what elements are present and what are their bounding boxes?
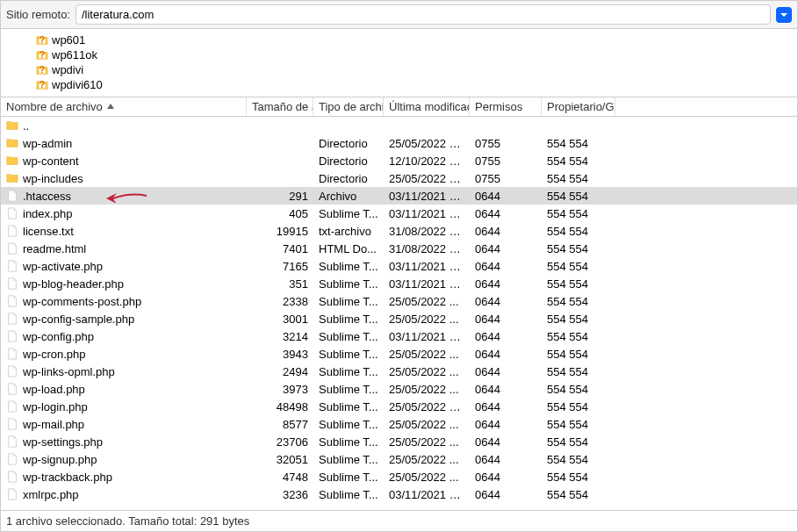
cell-name: wp-cron.php [1, 348, 247, 361]
column-header-permissions[interactable]: Permisos [470, 97, 542, 116]
cell-name: xmlrpc.php [1, 488, 247, 501]
file-row[interactable]: wp-content Directorio 12/10/2022 0... 07… [1, 152, 797, 169]
file-row[interactable]: wp-mail.php 8577 Sublime T... 25/05/2022… [1, 415, 797, 433]
file-row[interactable]: wp-activate.php 7165 Sublime T... 03/11/… [1, 257, 797, 275]
cell-permissions: 0755 [470, 137, 542, 150]
cell-type: Sublime T... [313, 330, 384, 343]
cell-name: wp-activate.php [1, 260, 247, 273]
tree-item-label: wpdivi610 [52, 78, 103, 91]
file-name-label: wp-signup.php [23, 453, 97, 466]
cell-name: license.txt [1, 225, 247, 238]
arrow-annotation [104, 190, 148, 203]
cell-date: 25/05/2022 0... [384, 400, 470, 413]
cell-name: wp-config-sample.php [1, 313, 247, 326]
file-row[interactable]: wp-blog-header.php 351 Sublime T... 03/1… [1, 275, 797, 292]
tree-item-label: wp611ok [52, 48, 97, 61]
file-icon [6, 365, 18, 377]
cell-permissions: 0755 [470, 172, 542, 185]
column-header-size[interactable]: Tamaño de ar [247, 97, 313, 116]
path-dropdown-button[interactable] [776, 7, 792, 23]
file-row[interactable]: .. [1, 117, 797, 134]
cell-size: 32051 [247, 453, 313, 466]
file-row[interactable]: wp-settings.php 23706 Sublime T... 25/05… [1, 433, 797, 450]
file-row[interactable]: wp-trackback.php 4748 Sublime T... 25/05… [1, 468, 797, 485]
cell-type: Directorio [313, 172, 384, 185]
file-row[interactable]: wp-load.php 3973 Sublime T... 25/05/2022… [1, 380, 797, 398]
cell-name: wp-content [1, 155, 247, 168]
file-row[interactable]: wp-signup.php 32051 Sublime T... 25/05/2… [1, 450, 797, 468]
file-name-label: .. [23, 119, 29, 133]
file-row[interactable]: wp-config-sample.php 3001 Sublime T... 2… [1, 310, 797, 327]
cell-type: Sublime T... [313, 418, 384, 431]
cell-size: 2494 [247, 365, 313, 378]
column-header-date[interactable]: Última modificació [384, 97, 470, 116]
cell-date: 03/11/2021 2... [384, 277, 470, 291]
cell-type: Sublime T... [313, 295, 384, 308]
file-list[interactable]: .. wp-admin Directorio 25/05/2022 0... 0… [1, 117, 797, 510]
file-row[interactable]: xmlrpc.php 3236 Sublime T... 03/11/2021 … [1, 485, 797, 503]
cell-name: readme.html [1, 242, 247, 255]
cell-permissions: 0644 [470, 295, 542, 308]
cell-size: 7165 [247, 260, 313, 273]
file-icon [6, 260, 18, 272]
cell-owner: 554 554 [542, 155, 615, 168]
file-name-label: wp-config-sample.php [23, 313, 134, 326]
file-name-label: .htaccess [23, 190, 71, 203]
folder-unknown-icon: ? [36, 79, 48, 91]
tree-item[interactable]: ? wp611ok [36, 47, 797, 62]
file-row[interactable]: .htaccess 291 Archivo 03/11/2021 2... 06… [1, 187, 797, 205]
folder-unknown-icon: ? [36, 34, 48, 47]
column-header-owner[interactable]: Propietario/Gru [542, 97, 615, 116]
cell-date: 03/11/2021 2... [384, 330, 470, 343]
folder-icon [6, 155, 18, 167]
cell-owner: 554 554 [542, 400, 615, 413]
cell-date: 31/08/2022 0... [384, 242, 470, 255]
file-row[interactable]: wp-links-opml.php 2494 Sublime T... 25/0… [1, 363, 797, 380]
file-row[interactable]: wp-comments-post.php 2338 Sublime T... 2… [1, 292, 797, 310]
tree-item[interactable]: ? wpdivi [36, 62, 797, 77]
folder-icon [6, 137, 18, 149]
file-row[interactable]: wp-login.php 48498 Sublime T... 25/05/20… [1, 398, 797, 415]
cell-owner: 554 554 [542, 488, 615, 501]
cell-permissions: 0644 [470, 313, 542, 326]
remote-site-label: Sitio remoto: [6, 8, 70, 21]
file-row[interactable]: wp-includes Directorio 25/05/2022 0... 0… [1, 169, 797, 187]
file-row[interactable]: wp-cron.php 3943 Sublime T... 25/05/2022… [1, 345, 797, 363]
cell-name: wp-config.php [1, 330, 247, 343]
tree-item[interactable]: ? wp601 [36, 32, 797, 47]
folder-icon [6, 172, 18, 184]
file-name-label: wp-login.php [23, 400, 88, 413]
file-row[interactable]: wp-config.php 3214 Sublime T... 03/11/20… [1, 327, 797, 345]
remote-tree-panel: ? wp601 ? wp611ok ? wpdivi ? wpdivi610 [1, 29, 797, 97]
cell-permissions: 0644 [470, 400, 542, 413]
file-row[interactable]: readme.html 7401 HTML Do... 31/08/2022 0… [1, 240, 797, 257]
sort-ascending-icon [106, 100, 115, 113]
cell-owner: 554 554 [542, 471, 615, 484]
cell-permissions: 0644 [470, 277, 542, 291]
column-header-type[interactable]: Tipo de archiv [313, 97, 384, 116]
cell-permissions: 0644 [470, 471, 542, 484]
file-icon [6, 313, 18, 325]
cell-date: 25/05/2022 0... [384, 172, 470, 185]
cell-name: wp-links-opml.php [1, 365, 247, 378]
file-row[interactable]: license.txt 19915 txt-archivo 31/08/2022… [1, 222, 797, 240]
cell-owner: 554 554 [542, 453, 615, 466]
cell-permissions: 0644 [470, 330, 542, 343]
file-row[interactable]: index.php 405 Sublime T... 03/11/2021 2.… [1, 205, 797, 222]
file-icon [6, 435, 18, 448]
tree-item[interactable]: ? wpdivi610 [36, 77, 797, 92]
cell-size: 291 [247, 190, 313, 203]
cell-type: Sublime T... [313, 277, 384, 291]
cell-permissions: 0644 [470, 260, 542, 273]
cell-date: 12/10/2022 0... [384, 155, 470, 168]
cell-type: Directorio [313, 137, 384, 150]
remote-site-bar: Sitio remoto: [1, 1, 797, 29]
file-icon [6, 488, 18, 500]
cell-size: 405 [247, 207, 313, 220]
cell-type: Sublime T... [313, 207, 384, 220]
file-row[interactable]: wp-admin Directorio 25/05/2022 0... 0755… [1, 134, 797, 152]
column-header-name[interactable]: Nombre de archivo [1, 97, 247, 116]
cell-name: wp-admin [1, 137, 247, 150]
remote-path-input[interactable] [75, 4, 771, 25]
file-name-label: index.php [23, 207, 72, 220]
